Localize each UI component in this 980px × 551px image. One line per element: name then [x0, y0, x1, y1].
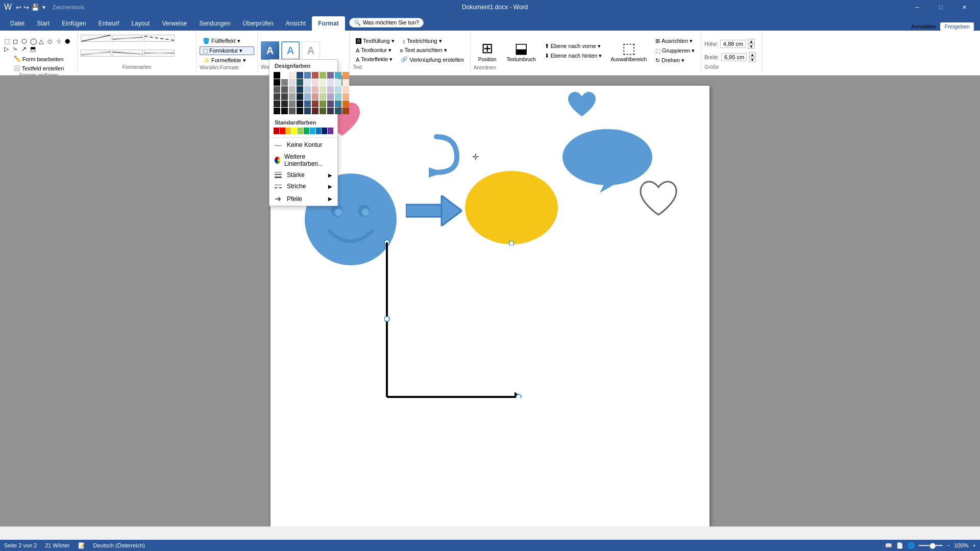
textumbruch-btn[interactable]: ⬓ Textumbruch	[502, 37, 540, 65]
redo-btn[interactable]: ↪	[23, 4, 29, 11]
design-color-cell[interactable]	[335, 86, 341, 93]
height-spinner[interactable]: ▲ ▼	[748, 39, 755, 49]
verknuepfung-btn[interactable]: 🔗 Verknüpfung erstellen	[398, 55, 467, 64]
design-color-cell[interactable]	[342, 108, 349, 114]
design-color-cell[interactable]	[304, 79, 311, 86]
formeffekte-btn[interactable]: ✨ Formeffekte ▾	[200, 56, 254, 65]
textfuellung-btn[interactable]: 🅰 Textfüllung ▾	[353, 37, 398, 45]
tab-entwurf[interactable]: Entwurf	[92, 16, 126, 31]
design-color-cell[interactable]	[320, 79, 326, 86]
design-color-cell[interactable]	[274, 93, 280, 100]
canvas-area[interactable]: ✛	[0, 76, 980, 527]
standard-color-cell[interactable]	[298, 128, 303, 134]
design-color-cell[interactable]	[281, 86, 288, 93]
tab-sendungen[interactable]: Sendungen	[193, 16, 236, 31]
design-color-cell[interactable]	[312, 101, 318, 107]
weitere-linienfarben-item[interactable]: Weitere Linienfarben...	[270, 151, 337, 169]
formfuellung-btn[interactable]: 🪣 Füllfeffekt ▾	[200, 37, 254, 45]
form-bearbeiten-btn[interactable]: ✏️ Form bearbeiten	[11, 55, 67, 63]
quick-access-toolbar[interactable]: W ↩ ↪ 💾 ▼ Zeichentools	[4, 3, 84, 12]
gruppieren-btn[interactable]: ⬚ Gruppieren ▾	[652, 46, 698, 55]
web-layout-btn[interactable]: 🌐	[908, 542, 915, 549]
design-color-cell[interactable]	[342, 101, 349, 107]
drehen-btn[interactable]: ↻ Drehen ▾	[652, 56, 698, 65]
design-color-cell[interactable]	[312, 72, 318, 79]
standard-color-cell[interactable]	[310, 128, 315, 134]
ausrichten-btn[interactable]: ⊞ Ausrichten ▾	[652, 37, 698, 45]
tab-ansicht[interactable]: Ansicht	[280, 16, 312, 31]
formkontur-btn[interactable]: ⬚ Formkontur ▾	[200, 46, 254, 55]
tab-verweise[interactable]: Verweise	[156, 16, 193, 31]
read-mode-btn[interactable]: 📖	[885, 542, 892, 549]
zoom-in-btn[interactable]: +	[973, 542, 976, 548]
width-spinner[interactable]: ▲ ▼	[749, 52, 756, 62]
standard-color-cell[interactable]	[322, 128, 327, 134]
print-layout-btn[interactable]: 📄	[896, 542, 903, 549]
design-color-cell[interactable]	[342, 72, 349, 79]
width-input[interactable]	[721, 53, 747, 61]
zoom-out-btn[interactable]: −	[947, 542, 950, 548]
wordart-style-3[interactable]: A	[302, 41, 320, 60]
standard-color-cell[interactable]	[291, 128, 297, 134]
design-color-cell[interactable]	[342, 86, 349, 93]
design-color-cell[interactable]	[274, 108, 280, 114]
design-color-cell[interactable]	[327, 93, 334, 100]
blue-heart-shape[interactable]	[567, 91, 597, 119]
tab-format[interactable]: Format	[312, 16, 345, 31]
design-color-cell[interactable]	[335, 79, 341, 86]
maximize-btn[interactable]: □	[929, 0, 952, 14]
striche-item[interactable]: Striche ▶	[270, 181, 337, 192]
width-down[interactable]: ▼	[749, 57, 756, 62]
design-color-cell[interactable]	[289, 101, 296, 107]
textkontur-btn[interactable]: A Textkontur ▾	[353, 46, 395, 55]
design-color-cell[interactable]	[297, 79, 303, 86]
design-color-cell[interactable]	[297, 108, 303, 114]
design-color-cell[interactable]	[297, 86, 303, 93]
design-color-cell[interactable]	[342, 79, 349, 86]
design-color-cell[interactable]	[289, 86, 296, 93]
design-color-cell[interactable]	[304, 93, 311, 100]
standard-color-cell[interactable]	[286, 128, 291, 134]
window-controls[interactable]: ─ □ ✕	[905, 0, 976, 14]
tab-einfuegen[interactable]: Einfügen	[56, 16, 92, 31]
save-btn[interactable]: 💾	[31, 4, 39, 11]
proofing-icon[interactable]: 📝	[78, 542, 85, 549]
design-color-cell[interactable]	[335, 108, 341, 114]
standard-color-cell[interactable]	[280, 128, 285, 134]
design-color-cell[interactable]	[274, 86, 280, 93]
design-color-cell[interactable]	[274, 101, 280, 107]
keine-kontur-item[interactable]: — Keine Kontur	[270, 139, 337, 151]
formenarten-palette[interactable]: ⬚◻⬡◯ △◇☆⬣ ▷⤷↗⬒	[3, 37, 74, 54]
design-color-cell[interactable]	[320, 72, 326, 79]
design-color-cell[interactable]	[281, 101, 288, 107]
design-color-cell[interactable]	[320, 93, 326, 100]
design-color-cell[interactable]	[281, 93, 288, 100]
design-color-cell[interactable]	[289, 108, 296, 114]
share-btn[interactable]: Freigeben	[940, 22, 974, 31]
design-color-cell[interactable]	[327, 101, 334, 107]
standard-color-cell[interactable]	[328, 128, 333, 134]
line-style-4[interactable]	[81, 49, 111, 57]
design-color-cell[interactable]	[281, 108, 288, 114]
curved-arrow-shape[interactable]	[406, 132, 467, 179]
line-style-1[interactable]	[81, 35, 111, 42]
design-color-cell[interactable]	[289, 72, 296, 79]
design-color-cell[interactable]	[320, 108, 326, 114]
quick-access-more[interactable]: ▼	[41, 5, 46, 10]
design-color-cell[interactable]	[327, 108, 334, 114]
standard-color-cell[interactable]	[274, 128, 279, 134]
language[interactable]: Deutsch (Österreich)	[93, 542, 145, 548]
height-input[interactable]	[720, 40, 746, 48]
wordart-style-2[interactable]: A	[281, 41, 300, 60]
design-color-cell[interactable]	[327, 72, 334, 79]
standard-color-cell[interactable]	[304, 128, 309, 134]
signin-btn[interactable]: Anmelden	[911, 23, 937, 30]
line-style-6[interactable]	[144, 49, 175, 57]
design-color-cell[interactable]	[312, 86, 318, 93]
design-color-cell[interactable]	[304, 101, 311, 107]
design-color-cell[interactable]	[289, 79, 296, 86]
staerke-item[interactable]: Stärke ▶	[270, 169, 337, 181]
height-up[interactable]: ▲	[748, 39, 755, 44]
design-color-cell[interactable]	[304, 72, 311, 79]
design-color-cell[interactable]	[289, 93, 296, 100]
